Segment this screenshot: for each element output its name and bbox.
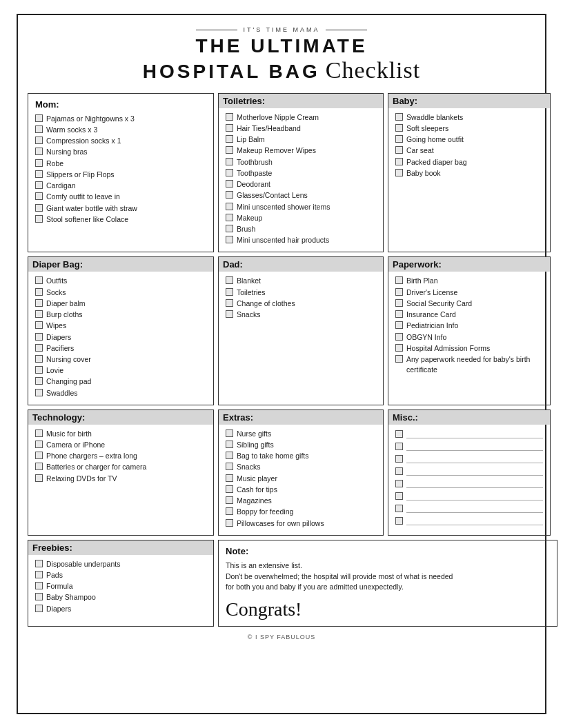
checkbox[interactable] xyxy=(395,135,403,143)
checkbox[interactable] xyxy=(226,169,233,176)
checkbox[interactable] xyxy=(35,288,43,296)
checkbox[interactable] xyxy=(35,192,43,200)
checkbox[interactable] xyxy=(226,429,233,437)
checkbox[interactable] xyxy=(35,114,43,122)
checkbox[interactable] xyxy=(395,505,403,512)
list-item: Compression socks x 1 xyxy=(35,136,206,146)
checkbox[interactable] xyxy=(395,355,403,363)
list-item: Slippers or Flip Flops xyxy=(35,170,206,180)
checkbox[interactable] xyxy=(35,125,43,133)
checkbox[interactable] xyxy=(395,344,403,352)
extras-title: Extras: xyxy=(219,410,383,425)
checkbox[interactable] xyxy=(226,519,233,527)
checkbox[interactable] xyxy=(226,124,233,132)
checkbox[interactable] xyxy=(226,236,233,243)
checkbox[interactable] xyxy=(35,136,43,144)
checkbox[interactable] xyxy=(395,455,403,463)
checkbox[interactable] xyxy=(35,204,43,212)
checkbox[interactable] xyxy=(35,571,43,578)
checkbox[interactable] xyxy=(226,474,233,482)
list-item: Hair Ties/Headband xyxy=(226,123,376,134)
checkbox[interactable] xyxy=(35,560,43,567)
checkbox[interactable] xyxy=(35,215,43,223)
checkbox[interactable] xyxy=(395,158,403,165)
list-item: Change of clothes xyxy=(226,299,376,309)
checkbox[interactable] xyxy=(35,582,43,589)
bottom-row: Freebies: Disposable underpants Pads For… xyxy=(28,540,535,627)
checkbox[interactable] xyxy=(35,333,43,341)
checkbox[interactable] xyxy=(35,389,43,396)
toiletries-section: Toiletries: Motherlove Nipple Cream Hair… xyxy=(218,93,384,253)
checkbox[interactable] xyxy=(395,169,403,176)
checkbox[interactable] xyxy=(226,507,233,515)
checkbox[interactable] xyxy=(226,225,233,232)
checkbox[interactable] xyxy=(395,517,403,525)
checkbox[interactable] xyxy=(395,430,403,438)
checkbox[interactable] xyxy=(226,113,233,121)
checkbox[interactable] xyxy=(395,443,403,450)
list-item: Swaddle blankets xyxy=(395,112,543,123)
list-item: Pillowcases for own pillows xyxy=(226,518,376,529)
list-item: Sibling gifts xyxy=(226,440,376,450)
checkbox[interactable] xyxy=(395,288,403,296)
checkbox[interactable] xyxy=(35,463,43,470)
checkbox[interactable] xyxy=(35,299,43,307)
checkbox[interactable] xyxy=(35,593,43,600)
checkbox[interactable] xyxy=(35,321,43,329)
list-item: Driver's License xyxy=(395,287,543,298)
checkbox[interactable] xyxy=(395,321,403,329)
list-item: Insurance Card xyxy=(395,310,543,320)
checkbox[interactable] xyxy=(395,146,403,154)
list-item: Toothpaste xyxy=(226,168,376,179)
misc-title: Misc.: xyxy=(388,410,550,425)
checkbox[interactable] xyxy=(226,485,233,493)
checkbox[interactable] xyxy=(35,474,43,482)
checkbox[interactable] xyxy=(226,288,233,296)
checkbox[interactable] xyxy=(226,203,233,210)
checkbox[interactable] xyxy=(226,146,233,154)
checkbox[interactable] xyxy=(395,467,403,475)
checkbox[interactable] xyxy=(35,170,43,178)
checkbox[interactable] xyxy=(35,429,43,437)
note-text: This is an extensive list. Don't be over… xyxy=(226,560,550,593)
checkbox[interactable] xyxy=(35,366,43,374)
checkbox[interactable] xyxy=(35,310,43,318)
checkbox[interactable] xyxy=(35,148,43,155)
checkbox[interactable] xyxy=(395,276,403,284)
misc-line xyxy=(395,516,543,525)
list-item: Baby book xyxy=(395,168,543,179)
checkbox[interactable] xyxy=(395,310,403,318)
checkbox[interactable] xyxy=(35,159,43,167)
freebies-title: Freebies: xyxy=(28,540,213,555)
checkbox[interactable] xyxy=(226,441,233,448)
checkbox[interactable] xyxy=(395,299,403,307)
list-item: Pediatrician Info xyxy=(395,321,543,331)
checkbox[interactable] xyxy=(226,496,233,504)
checkbox[interactable] xyxy=(226,135,233,143)
checkbox[interactable] xyxy=(35,355,43,363)
checkbox[interactable] xyxy=(226,452,233,459)
checkbox[interactable] xyxy=(35,344,43,352)
checkbox[interactable] xyxy=(395,333,403,341)
checkbox[interactable] xyxy=(35,181,43,189)
checkbox[interactable] xyxy=(226,214,233,221)
checkbox[interactable] xyxy=(226,299,233,307)
checkbox[interactable] xyxy=(35,377,43,385)
checkbox[interactable] xyxy=(35,276,43,284)
checkbox[interactable] xyxy=(395,480,403,487)
checkbox[interactable] xyxy=(395,492,403,500)
checkbox[interactable] xyxy=(226,463,233,470)
checkbox[interactable] xyxy=(226,310,233,318)
paperwork-title: Paperwork: xyxy=(388,257,550,272)
list-item: Toiletries xyxy=(226,287,376,298)
checkbox[interactable] xyxy=(226,180,233,188)
technology-list: Music for birth Camera or iPhone Phone c… xyxy=(35,429,206,484)
checkbox[interactable] xyxy=(35,605,43,612)
checkbox[interactable] xyxy=(395,124,403,132)
checkbox[interactable] xyxy=(35,441,43,448)
checkbox[interactable] xyxy=(395,113,403,121)
checkbox[interactable] xyxy=(226,158,233,165)
checkbox[interactable] xyxy=(226,276,233,284)
checkbox[interactable] xyxy=(35,452,43,459)
checkbox[interactable] xyxy=(226,191,233,199)
